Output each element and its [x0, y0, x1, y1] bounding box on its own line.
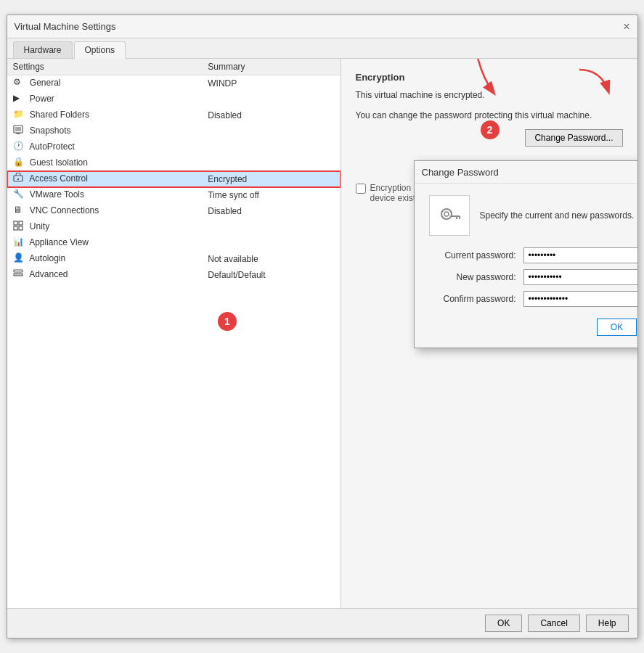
current-password-input[interactable] — [523, 247, 637, 263]
dialog-buttons: OK Cancel — [429, 319, 637, 336]
svg-point-13 — [444, 212, 449, 216]
autoprotect-icon: 🕐 — [13, 141, 25, 152]
dialog-header: Specify the current and new passwords. — [429, 195, 637, 236]
right-panel-wrapper: Encryption This virtual machine is encry… — [341, 59, 637, 608]
ok-button[interactable]: OK — [485, 615, 522, 632]
window-title: Virtual Machine Settings — [15, 21, 116, 32]
confirm-password-label: Confirm password: — [429, 294, 523, 304]
content-area: Settings Summary ⚙ General WINDP — [7, 59, 637, 608]
svg-rect-6 — [14, 221, 17, 225]
current-password-label: Current password: — [429, 250, 523, 260]
table-row[interactable]: 🔒 Guest Isolation — [7, 155, 341, 171]
svg-point-5 — [17, 178, 18, 180]
table-row[interactable]: Unity — [7, 219, 341, 235]
svg-rect-11 — [14, 274, 23, 276]
title-bar: Virtual Machine Settings × — [7, 15, 637, 38]
dialog-title: Change Password — [422, 167, 499, 178]
new-password-label: New password: — [429, 272, 523, 282]
table-row[interactable]: ▶ Power — [7, 91, 341, 107]
change-password-dialog: Change Password × — [414, 160, 637, 348]
svg-rect-9 — [19, 226, 23, 230]
table-row[interactable]: 👤 Autologin Not available — [7, 251, 341, 267]
new-password-input[interactable] — [523, 269, 637, 285]
general-icon: ⚙ — [13, 77, 25, 89]
unity-icon — [13, 221, 25, 232]
svg-rect-1 — [15, 127, 21, 131]
table-row[interactable]: 📊 Appliance View — [7, 235, 341, 251]
dialog-title-bar: Change Password × — [415, 161, 637, 184]
table-row[interactable]: Advanced Default/Default — [7, 267, 341, 283]
help-button[interactable]: Help — [586, 615, 629, 632]
bottom-bar: OK Cancel Help — [7, 608, 637, 638]
svg-point-12 — [441, 209, 452, 219]
guest-isolation-icon: 🔒 — [13, 157, 25, 168]
confirm-password-row: Confirm password: — [429, 291, 637, 307]
tpm-checkbox[interactable] — [356, 184, 366, 194]
dialog-body: Specify the current and new passwords. C… — [415, 184, 637, 348]
encryption-title: Encryption — [356, 72, 623, 83]
table-row[interactable]: 🔧 VMware Tools Time sync off — [7, 187, 341, 203]
main-window: Virtual Machine Settings × Hardware Opti… — [7, 15, 638, 638]
window-close-button[interactable]: × — [623, 21, 629, 33]
badge-1: 1 — [218, 312, 237, 331]
badge-2: 2 — [481, 120, 500, 139]
access-control-icon — [13, 173, 25, 184]
tab-bar: Hardware Options — [7, 38, 637, 59]
dialog-description: Specify the current and new passwords. — [480, 210, 635, 221]
left-panel: Settings Summary ⚙ General WINDP — [7, 59, 341, 608]
new-password-row: New password: — [429, 269, 637, 285]
vmware-tools-icon: 🔧 — [13, 189, 25, 200]
advanced-icon — [13, 268, 25, 280]
shared-folders-icon: 📁 — [13, 109, 25, 120]
encrypted-msg: This virtual machine is encrypted. — [356, 89, 623, 102]
power-icon: ▶ — [13, 93, 25, 104]
table-row[interactable]: 🕐 AutoProtect — [7, 139, 341, 155]
right-panel: Encryption This virtual machine is encry… — [341, 59, 637, 223]
appliance-view-icon: 📊 — [13, 237, 25, 248]
change-password-button[interactable]: Change Password... — [525, 129, 622, 147]
confirm-password-input[interactable] — [523, 291, 637, 307]
dialog-ok-button[interactable]: OK — [597, 319, 637, 336]
key-icon — [429, 195, 470, 236]
tab-hardware[interactable]: Hardware — [13, 41, 73, 58]
table-row[interactable]: Snapshots — [7, 123, 341, 139]
col-summary-header: Summary — [202, 59, 340, 75]
autologin-icon: 👤 — [13, 252, 25, 264]
svg-rect-8 — [14, 226, 17, 230]
current-password-row: Current password: — [429, 247, 637, 263]
cancel-button[interactable]: Cancel — [528, 615, 579, 632]
col-settings-header: Settings — [7, 59, 203, 75]
table-row[interactable]: ⚙ General WINDP — [7, 75, 341, 92]
badge-1-container: 1 — [218, 312, 237, 331]
svg-rect-10 — [14, 270, 23, 272]
table-row-access-control[interactable]: Access Control Encrypted — [7, 171, 341, 187]
table-row[interactable]: 🖥 VNC Connections Disabled — [7, 203, 341, 219]
vnc-icon: 🖥 — [13, 205, 25, 216]
table-row[interactable]: 📁 Shared Folders Disabled — [7, 107, 341, 123]
tab-options[interactable]: Options — [74, 41, 126, 59]
snapshots-icon — [13, 125, 25, 136]
svg-rect-7 — [19, 221, 23, 225]
settings-table: Settings Summary ⚙ General WINDP — [7, 59, 341, 283]
